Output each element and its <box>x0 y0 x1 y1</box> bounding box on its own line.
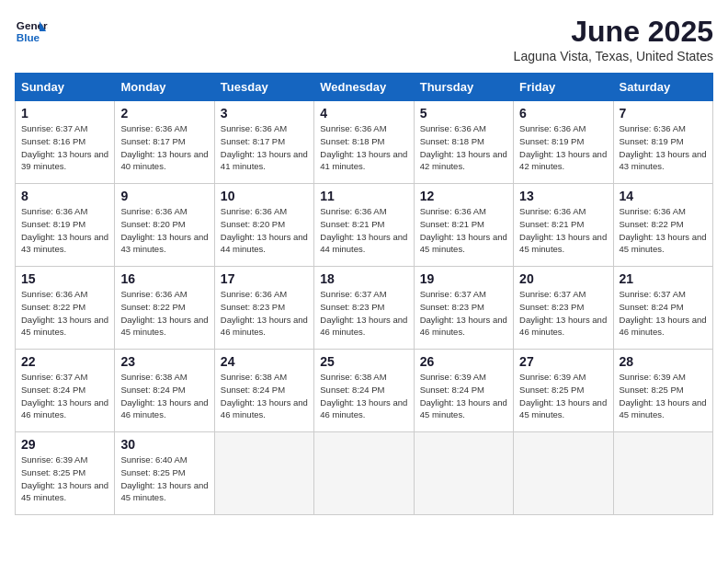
table-row: 17 Sunrise: 6:36 AMSunset: 8:23 PMDaylig… <box>214 267 313 350</box>
day-number: 15 <box>21 271 108 286</box>
day-number: 22 <box>21 354 108 369</box>
day-number: 5 <box>420 106 507 121</box>
day-info: Sunrise: 6:37 AMSunset: 8:24 PMDaylight:… <box>620 289 707 337</box>
table-row: 13 Sunrise: 6:36 AMSunset: 8:21 PMDaylig… <box>514 184 613 267</box>
table-row: 26 Sunrise: 6:39 AMSunset: 8:24 PMDaylig… <box>414 350 513 432</box>
table-row: 28 Sunrise: 6:39 AMSunset: 8:25 PMDaylig… <box>613 350 712 432</box>
table-row: 25 Sunrise: 6:38 AMSunset: 8:24 PMDaylig… <box>314 350 414 432</box>
day-number: 17 <box>221 271 308 286</box>
day-info: Sunrise: 6:39 AMSunset: 8:25 PMDaylight:… <box>519 372 607 419</box>
table-row: 18 Sunrise: 6:37 AMSunset: 8:23 PMDaylig… <box>314 267 414 350</box>
table-row: 30 Sunrise: 6:40 AMSunset: 8:25 PMDaylig… <box>115 432 214 515</box>
table-row: 27 Sunrise: 6:39 AMSunset: 8:25 PMDaylig… <box>514 350 613 432</box>
calendar-row: 22 Sunrise: 6:37 AMSunset: 8:24 PMDaylig… <box>16 350 713 432</box>
table-row: 7 Sunrise: 6:36 AMSunset: 8:19 PMDayligh… <box>613 101 712 184</box>
calendar-table: Sunday Monday Tuesday Wednesday Thursday… <box>15 73 713 515</box>
day-number: 30 <box>120 437 208 452</box>
table-row: 15 Sunrise: 6:36 AMSunset: 8:22 PMDaylig… <box>16 267 115 350</box>
day-number: 9 <box>120 189 208 203</box>
table-row: 23 Sunrise: 6:38 AMSunset: 8:24 PMDaylig… <box>115 350 214 432</box>
page-header: General Blue June 2025 Laguna Vista, Tex… <box>15 15 713 63</box>
day-number: 29 <box>21 437 108 452</box>
weekday-header-row: Sunday Monday Tuesday Wednesday Thursday… <box>16 74 713 101</box>
month-title: June 2025 <box>514 15 713 49</box>
table-row: 5 Sunrise: 6:36 AMSunset: 8:18 PMDayligh… <box>414 101 513 184</box>
day-number: 11 <box>320 189 407 203</box>
table-row: 8 Sunrise: 6:36 AMSunset: 8:19 PMDayligh… <box>16 184 115 267</box>
table-row: 1 Sunrise: 6:37 AMSunset: 8:16 PMDayligh… <box>16 101 115 184</box>
calendar-row: 29 Sunrise: 6:39 AMSunset: 8:25 PMDaylig… <box>16 432 713 515</box>
table-row: 6 Sunrise: 6:36 AMSunset: 8:19 PMDayligh… <box>514 101 613 184</box>
day-number: 24 <box>221 354 308 369</box>
table-row <box>514 432 613 515</box>
day-number: 8 <box>21 189 108 203</box>
day-number: 6 <box>519 106 607 121</box>
day-number: 26 <box>420 354 507 369</box>
header-sunday: Sunday <box>16 74 115 101</box>
day-number: 23 <box>120 354 208 369</box>
day-info: Sunrise: 6:36 AMSunset: 8:23 PMDaylight:… <box>221 289 308 337</box>
calendar-row: 1 Sunrise: 6:37 AMSunset: 8:16 PMDayligh… <box>16 101 713 184</box>
logo-icon: General Blue <box>15 15 48 48</box>
day-number: 28 <box>620 354 707 369</box>
day-info: Sunrise: 6:37 AMSunset: 8:16 PMDaylight:… <box>21 123 108 171</box>
day-info: Sunrise: 6:36 AMSunset: 8:22 PMDaylight:… <box>620 206 707 254</box>
day-info: Sunrise: 6:36 AMSunset: 8:21 PMDaylight:… <box>519 206 607 254</box>
day-info: Sunrise: 6:38 AMSunset: 8:24 PMDaylight:… <box>221 372 308 419</box>
calendar-row: 15 Sunrise: 6:36 AMSunset: 8:22 PMDaylig… <box>16 267 713 350</box>
header-tuesday: Tuesday <box>214 74 313 101</box>
day-info: Sunrise: 6:39 AMSunset: 8:25 PMDaylight:… <box>21 454 108 502</box>
day-info: Sunrise: 6:39 AMSunset: 8:25 PMDaylight:… <box>620 372 707 419</box>
header-wednesday: Wednesday <box>314 74 414 101</box>
day-number: 20 <box>519 271 607 286</box>
header-friday: Friday <box>514 74 613 101</box>
table-row: 10 Sunrise: 6:36 AMSunset: 8:20 PMDaylig… <box>214 184 313 267</box>
day-info: Sunrise: 6:36 AMSunset: 8:19 PMDaylight:… <box>519 123 607 171</box>
day-info: Sunrise: 6:38 AMSunset: 8:24 PMDaylight:… <box>120 372 208 419</box>
day-number: 21 <box>620 271 707 286</box>
day-info: Sunrise: 6:37 AMSunset: 8:24 PMDaylight:… <box>21 372 108 419</box>
day-number: 13 <box>519 189 607 203</box>
day-info: Sunrise: 6:36 AMSunset: 8:19 PMDaylight:… <box>620 123 707 171</box>
table-row: 11 Sunrise: 6:36 AMSunset: 8:21 PMDaylig… <box>314 184 414 267</box>
day-info: Sunrise: 6:39 AMSunset: 8:24 PMDaylight:… <box>420 372 507 419</box>
table-row: 2 Sunrise: 6:36 AMSunset: 8:17 PMDayligh… <box>115 101 214 184</box>
day-info: Sunrise: 6:36 AMSunset: 8:18 PMDaylight:… <box>320 123 407 171</box>
day-info: Sunrise: 6:36 AMSunset: 8:19 PMDaylight:… <box>21 206 108 254</box>
day-number: 3 <box>221 106 308 121</box>
table-row: 29 Sunrise: 6:39 AMSunset: 8:25 PMDaylig… <box>16 432 115 515</box>
day-number: 12 <box>420 189 507 203</box>
header-saturday: Saturday <box>613 74 712 101</box>
header-thursday: Thursday <box>414 74 513 101</box>
day-number: 2 <box>120 106 208 121</box>
day-number: 27 <box>519 354 607 369</box>
day-info: Sunrise: 6:40 AMSunset: 8:25 PMDaylight:… <box>120 454 208 502</box>
table-row: 21 Sunrise: 6:37 AMSunset: 8:24 PMDaylig… <box>613 267 712 350</box>
logo: General Blue <box>15 15 48 48</box>
location-title: Laguna Vista, Texas, United States <box>514 49 713 63</box>
day-number: 19 <box>420 271 507 286</box>
day-number: 16 <box>120 271 208 286</box>
table-row: 3 Sunrise: 6:36 AMSunset: 8:17 PMDayligh… <box>214 101 313 184</box>
calendar-row: 8 Sunrise: 6:36 AMSunset: 8:19 PMDayligh… <box>16 184 713 267</box>
day-number: 18 <box>320 271 407 286</box>
day-info: Sunrise: 6:37 AMSunset: 8:23 PMDaylight:… <box>320 289 407 337</box>
table-row: 16 Sunrise: 6:36 AMSunset: 8:22 PMDaylig… <box>115 267 214 350</box>
table-row <box>414 432 513 515</box>
table-row: 24 Sunrise: 6:38 AMSunset: 8:24 PMDaylig… <box>214 350 313 432</box>
table-row: 19 Sunrise: 6:37 AMSunset: 8:23 PMDaylig… <box>414 267 513 350</box>
day-info: Sunrise: 6:36 AMSunset: 8:17 PMDaylight:… <box>120 123 208 171</box>
day-number: 4 <box>320 106 407 121</box>
day-info: Sunrise: 6:38 AMSunset: 8:24 PMDaylight:… <box>320 372 407 419</box>
day-info: Sunrise: 6:36 AMSunset: 8:20 PMDaylight:… <box>221 206 308 254</box>
table-row: 14 Sunrise: 6:36 AMSunset: 8:22 PMDaylig… <box>613 184 712 267</box>
day-info: Sunrise: 6:36 AMSunset: 8:21 PMDaylight:… <box>420 206 507 254</box>
day-number: 14 <box>620 189 707 203</box>
table-row: 22 Sunrise: 6:37 AMSunset: 8:24 PMDaylig… <box>16 350 115 432</box>
table-row: 12 Sunrise: 6:36 AMSunset: 8:21 PMDaylig… <box>414 184 513 267</box>
day-number: 25 <box>320 354 407 369</box>
day-number: 1 <box>21 106 108 121</box>
title-area: June 2025 Laguna Vista, Texas, United St… <box>514 15 713 63</box>
day-info: Sunrise: 6:36 AMSunset: 8:22 PMDaylight:… <box>120 289 208 337</box>
table-row: 20 Sunrise: 6:37 AMSunset: 8:23 PMDaylig… <box>514 267 613 350</box>
